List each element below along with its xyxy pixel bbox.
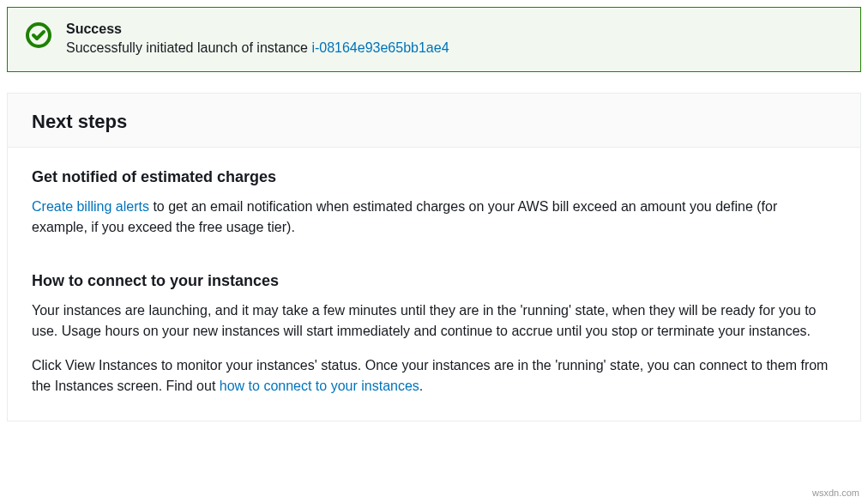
success-message: Successfully initiated launch of instanc… [66,39,843,58]
success-check-icon [25,21,52,49]
instance-id-link[interactable]: i-08164e93e65bb1ae4 [311,40,449,55]
next-steps-panel: Next steps Get notified of estimated cha… [7,93,861,421]
connect-para2-after: . [419,379,423,393]
panel-body: Get notified of estimated charges Create… [8,148,860,421]
create-billing-alerts-link[interactable]: Create billing alerts [32,199,149,214]
success-message-text: Successfully initiated launch of instanc… [66,40,311,55]
panel-header: Next steps [8,94,860,148]
success-content: Success Successfully initiated launch of… [66,21,843,58]
connect-para2: Click View Instances to monitor your ins… [32,355,836,397]
success-title: Success [66,21,843,37]
connect-para2-before: Click View Instances to monitor your ins… [32,358,828,393]
success-banner: Success Successfully initiated launch of… [7,7,861,72]
panel-title: Next steps [32,111,836,133]
billing-text: Create billing alerts to get an email no… [32,197,836,238]
billing-heading: Get notified of estimated charges [32,168,836,186]
connect-section: How to connect to your instances Your in… [32,272,836,397]
connect-para1: Your instances are launching, and it may… [32,300,836,342]
connect-heading: How to connect to your instances [32,272,836,290]
how-to-connect-link[interactable]: how to connect to your instances [220,379,419,393]
billing-section: Get notified of estimated charges Create… [32,168,836,238]
